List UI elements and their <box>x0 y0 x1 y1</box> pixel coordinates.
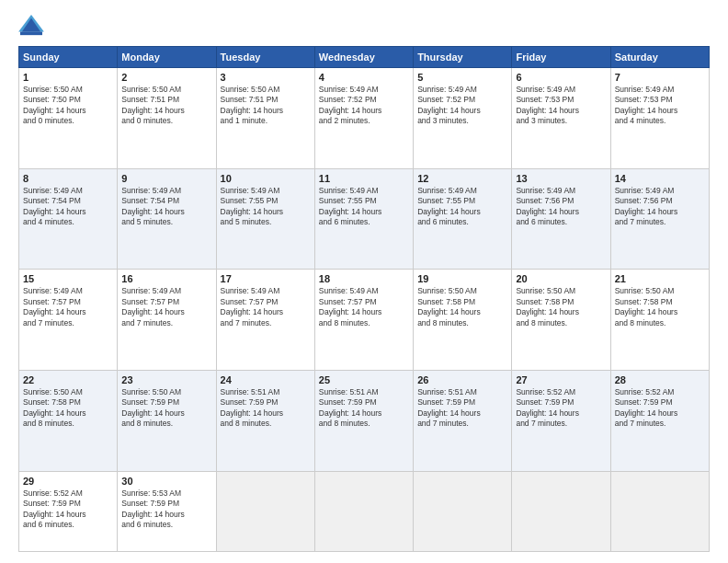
day-detail: Sunrise: 5:49 AMSunset: 7:55 PMDaylight:… <box>417 186 507 228</box>
day-number: 11 <box>319 173 409 184</box>
day-number: 14 <box>615 173 705 184</box>
table-row: 2 Sunrise: 5:50 AMSunset: 7:51 PMDayligh… <box>118 68 216 169</box>
col-header-saturday: Saturday <box>610 47 709 68</box>
table-row: 6 Sunrise: 5:49 AMSunset: 7:53 PMDayligh… <box>512 68 610 169</box>
day-number: 17 <box>221 273 311 284</box>
day-detail: Sunrise: 5:51 AMSunset: 7:59 PMDaylight:… <box>319 387 409 430</box>
table-row: 20 Sunrise: 5:50 AMSunset: 7:58 PMDaylig… <box>512 270 610 371</box>
table-row: 24 Sunrise: 5:51 AMSunset: 7:59 PMDaylig… <box>216 371 314 472</box>
col-header-thursday: Thursday <box>414 47 512 68</box>
day-detail: Sunrise: 5:50 AMSunset: 7:50 PMDaylight:… <box>23 85 113 127</box>
table-row: 21 Sunrise: 5:50 AMSunset: 7:58 PMDaylig… <box>610 270 709 371</box>
table-row: 22 Sunrise: 5:50 AMSunset: 7:58 PMDaylig… <box>19 371 118 472</box>
table-row: 27 Sunrise: 5:52 AMSunset: 7:59 PMDaylig… <box>512 371 610 472</box>
col-header-sunday: Sunday <box>19 47 118 68</box>
table-row: 4 Sunrise: 5:49 AMSunset: 7:52 PMDayligh… <box>314 68 413 169</box>
day-number: 24 <box>221 374 311 385</box>
table-row: 11 Sunrise: 5:49 AMSunset: 7:55 PMDaylig… <box>314 168 413 270</box>
day-detail: Sunrise: 5:52 AMSunset: 7:59 PMDaylight:… <box>23 488 113 531</box>
day-detail: Sunrise: 5:49 AMSunset: 7:53 PMDaylight:… <box>516 85 606 127</box>
table-row: 30 Sunrise: 5:53 AMSunset: 7:59 PMDaylig… <box>118 471 216 551</box>
day-number: 2 <box>121 72 211 83</box>
day-number: 19 <box>417 273 507 284</box>
day-number: 12 <box>417 173 507 184</box>
table-row: 14 Sunrise: 5:49 AMSunset: 7:56 PMDaylig… <box>610 168 709 270</box>
table-row: 16 Sunrise: 5:49 AMSunset: 7:57 PMDaylig… <box>118 270 216 371</box>
table-row: 12 Sunrise: 5:49 AMSunset: 7:55 PMDaylig… <box>414 168 512 270</box>
day-number: 9 <box>121 173 211 184</box>
day-detail: Sunrise: 5:49 AMSunset: 7:55 PMDaylight:… <box>319 186 409 228</box>
day-number: 6 <box>516 72 606 83</box>
day-detail: Sunrise: 5:50 AMSunset: 7:58 PMDaylight:… <box>516 286 606 328</box>
col-header-wednesday: Wednesday <box>314 47 413 68</box>
table-row: 19 Sunrise: 5:50 AMSunset: 7:58 PMDaylig… <box>414 270 512 371</box>
logo <box>18 15 48 37</box>
table-row: 25 Sunrise: 5:51 AMSunset: 7:59 PMDaylig… <box>314 371 413 472</box>
table-row: 13 Sunrise: 5:49 AMSunset: 7:56 PMDaylig… <box>512 168 610 270</box>
day-detail: Sunrise: 5:50 AMSunset: 7:58 PMDaylight:… <box>417 286 507 328</box>
table-row <box>414 471 512 551</box>
table-row: 28 Sunrise: 5:52 AMSunset: 7:59 PMDaylig… <box>610 371 709 472</box>
day-detail: Sunrise: 5:53 AMSunset: 7:59 PMDaylight:… <box>121 488 211 531</box>
day-detail: Sunrise: 5:49 AMSunset: 7:57 PMDaylight:… <box>319 286 409 328</box>
day-number: 26 <box>417 374 507 385</box>
day-detail: Sunrise: 5:51 AMSunset: 7:59 PMDaylight:… <box>221 387 311 430</box>
day-detail: Sunrise: 5:49 AMSunset: 7:56 PMDaylight:… <box>516 186 606 228</box>
day-detail: Sunrise: 5:49 AMSunset: 7:57 PMDaylight:… <box>121 286 211 328</box>
day-number: 23 <box>121 374 211 385</box>
day-detail: Sunrise: 5:50 AMSunset: 7:51 PMDaylight:… <box>221 85 311 127</box>
table-row <box>512 471 610 551</box>
header <box>18 15 710 37</box>
table-row <box>216 471 314 551</box>
day-detail: Sunrise: 5:49 AMSunset: 7:54 PMDaylight:… <box>121 186 211 228</box>
day-detail: Sunrise: 5:49 AMSunset: 7:56 PMDaylight:… <box>615 186 705 228</box>
table-row: 8 Sunrise: 5:49 AMSunset: 7:54 PMDayligh… <box>19 168 118 270</box>
col-header-friday: Friday <box>512 47 610 68</box>
day-number: 8 <box>23 173 113 184</box>
day-detail: Sunrise: 5:49 AMSunset: 7:57 PMDaylight:… <box>221 286 311 328</box>
table-row: 10 Sunrise: 5:49 AMSunset: 7:55 PMDaylig… <box>216 168 314 270</box>
day-detail: Sunrise: 5:49 AMSunset: 7:52 PMDaylight:… <box>319 85 409 127</box>
table-row: 5 Sunrise: 5:49 AMSunset: 7:52 PMDayligh… <box>414 68 512 169</box>
calendar: SundayMondayTuesdayWednesdayThursdayFrid… <box>18 46 710 552</box>
day-number: 30 <box>121 476 211 487</box>
day-number: 16 <box>121 273 211 284</box>
day-detail: Sunrise: 5:51 AMSunset: 7:59 PMDaylight:… <box>417 387 507 430</box>
table-row: 3 Sunrise: 5:50 AMSunset: 7:51 PMDayligh… <box>216 68 314 169</box>
day-detail: Sunrise: 5:49 AMSunset: 7:55 PMDaylight:… <box>221 186 311 228</box>
table-row: 29 Sunrise: 5:52 AMSunset: 7:59 PMDaylig… <box>19 471 118 551</box>
day-number: 21 <box>615 273 705 284</box>
day-detail: Sunrise: 5:50 AMSunset: 7:59 PMDaylight:… <box>121 387 211 430</box>
day-number: 25 <box>319 374 409 385</box>
day-detail: Sunrise: 5:49 AMSunset: 7:57 PMDaylight:… <box>23 286 113 328</box>
table-row: 7 Sunrise: 5:49 AMSunset: 7:53 PMDayligh… <box>610 68 709 169</box>
table-row: 15 Sunrise: 5:49 AMSunset: 7:57 PMDaylig… <box>19 270 118 371</box>
table-row: 23 Sunrise: 5:50 AMSunset: 7:59 PMDaylig… <box>118 371 216 472</box>
logo-icon <box>18 15 44 37</box>
day-number: 28 <box>615 374 705 385</box>
day-number: 15 <box>23 273 113 284</box>
day-detail: Sunrise: 5:49 AMSunset: 7:52 PMDaylight:… <box>417 85 507 127</box>
day-number: 29 <box>23 476 113 487</box>
day-number: 22 <box>23 374 113 385</box>
table-row: 18 Sunrise: 5:49 AMSunset: 7:57 PMDaylig… <box>314 270 413 371</box>
day-number: 1 <box>23 72 113 83</box>
day-number: 20 <box>516 273 606 284</box>
table-row <box>314 471 413 551</box>
day-number: 27 <box>516 374 606 385</box>
day-number: 13 <box>516 173 606 184</box>
day-detail: Sunrise: 5:52 AMSunset: 7:59 PMDaylight:… <box>516 387 606 430</box>
day-number: 18 <box>319 273 409 284</box>
table-row <box>610 471 709 551</box>
table-row: 26 Sunrise: 5:51 AMSunset: 7:59 PMDaylig… <box>414 371 512 472</box>
table-row: 1 Sunrise: 5:50 AMSunset: 7:50 PMDayligh… <box>19 68 118 169</box>
col-header-tuesday: Tuesday <box>216 47 314 68</box>
day-number: 7 <box>615 72 705 83</box>
day-number: 5 <box>417 72 507 83</box>
svg-rect-2 <box>20 31 42 35</box>
day-number: 4 <box>319 72 409 83</box>
day-number: 10 <box>221 173 311 184</box>
col-header-monday: Monday <box>118 47 216 68</box>
table-row: 17 Sunrise: 5:49 AMSunset: 7:57 PMDaylig… <box>216 270 314 371</box>
page: SundayMondayTuesdayWednesdayThursdayFrid… <box>0 0 728 563</box>
